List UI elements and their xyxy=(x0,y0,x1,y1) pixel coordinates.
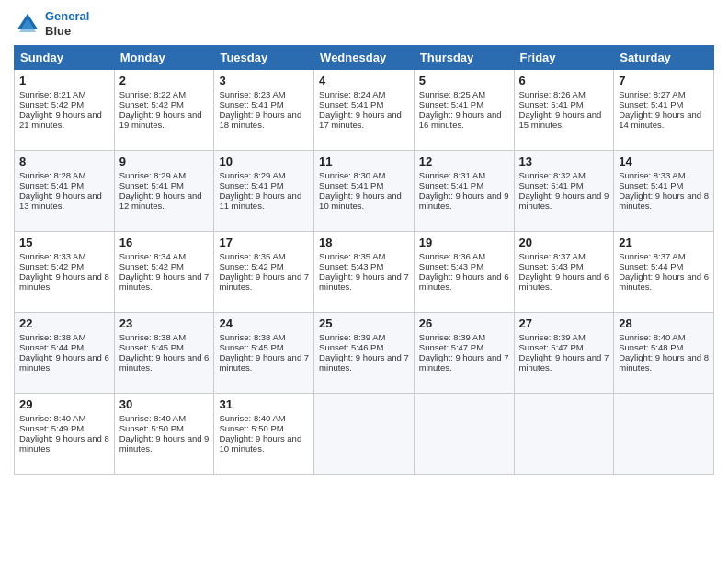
sunset-label: Sunset: 5:46 PM xyxy=(319,342,383,352)
day-number: 27 xyxy=(519,316,609,330)
table-row: 13Sunrise: 8:32 AMSunset: 5:41 PMDayligh… xyxy=(514,151,614,232)
table-row: 28Sunrise: 8:40 AMSunset: 5:48 PMDayligh… xyxy=(614,313,714,394)
day-number: 7 xyxy=(619,74,709,87)
daylight-label: Daylight: 9 hours and 8 minutes. xyxy=(19,433,109,454)
table-row: 18Sunrise: 8:35 AMSunset: 5:43 PMDayligh… xyxy=(314,232,415,313)
table-row: 11Sunrise: 8:30 AMSunset: 5:41 PMDayligh… xyxy=(314,151,415,232)
table-row: 17Sunrise: 8:35 AMSunset: 5:42 PMDayligh… xyxy=(214,232,314,313)
day-number: 22 xyxy=(19,316,109,330)
daylight-label: Daylight: 9 hours and 7 minutes. xyxy=(219,271,309,292)
sunset-label: Sunset: 5:41 PM xyxy=(319,180,383,190)
sunrise-label: Sunrise: 8:35 AM xyxy=(219,251,285,261)
day-number: 1 xyxy=(19,74,109,87)
sunset-label: Sunset: 5:49 PM xyxy=(19,423,84,433)
table-row: 20Sunrise: 8:37 AMSunset: 5:43 PMDayligh… xyxy=(514,232,614,313)
table-row: 25Sunrise: 8:39 AMSunset: 5:46 PMDayligh… xyxy=(314,313,415,394)
page-header: General Blue xyxy=(14,9,714,38)
table-row xyxy=(314,394,415,475)
daylight-label: Daylight: 9 hours and 8 minutes. xyxy=(619,190,709,211)
weekday-header-row: Sunday Monday Tuesday Wednesday Thursday… xyxy=(15,46,714,70)
sunrise-label: Sunrise: 8:37 AM xyxy=(619,251,685,261)
sunset-label: Sunset: 5:42 PM xyxy=(119,99,184,109)
table-row: 31Sunrise: 8:40 AMSunset: 5:50 PMDayligh… xyxy=(214,394,314,475)
sunset-label: Sunset: 5:41 PM xyxy=(219,180,283,190)
sunrise-label: Sunrise: 8:36 AM xyxy=(419,251,485,261)
daylight-label: Daylight: 9 hours and 9 minutes. xyxy=(519,190,609,211)
header-thursday: Thursday xyxy=(414,46,514,70)
day-number: 10 xyxy=(219,155,309,168)
daylight-label: Daylight: 9 hours and 7 minutes. xyxy=(319,271,409,292)
daylight-label: Daylight: 9 hours and 17 minutes. xyxy=(319,109,402,130)
sunrise-label: Sunrise: 8:21 AM xyxy=(19,89,85,99)
table-row: 29Sunrise: 8:40 AMSunset: 5:49 PMDayligh… xyxy=(15,394,115,475)
daylight-label: Daylight: 9 hours and 6 minutes. xyxy=(19,352,109,373)
sunset-label: Sunset: 5:50 PM xyxy=(119,423,184,433)
header-saturday: Saturday xyxy=(614,46,714,70)
daylight-label: Daylight: 9 hours and 8 minutes. xyxy=(19,271,109,292)
daylight-label: Daylight: 9 hours and 6 minutes. xyxy=(519,271,609,292)
sunrise-label: Sunrise: 8:33 AM xyxy=(19,251,85,261)
sunrise-label: Sunrise: 8:27 AM xyxy=(619,89,685,99)
daylight-label: Daylight: 9 hours and 12 minutes. xyxy=(119,190,202,211)
sunset-label: Sunset: 5:44 PM xyxy=(619,261,683,271)
daylight-label: Daylight: 9 hours and 10 minutes. xyxy=(219,433,301,454)
daylight-label: Daylight: 9 hours and 19 minutes. xyxy=(119,109,202,130)
sunrise-label: Sunrise: 8:32 AM xyxy=(519,170,586,180)
sunrise-label: Sunrise: 8:29 AM xyxy=(219,170,285,180)
daylight-label: Daylight: 9 hours and 15 minutes. xyxy=(519,109,602,130)
day-number: 14 xyxy=(619,155,709,168)
daylight-label: Daylight: 9 hours and 7 minutes. xyxy=(319,352,409,373)
table-row: 19Sunrise: 8:36 AMSunset: 5:43 PMDayligh… xyxy=(414,232,514,313)
sunset-label: Sunset: 5:41 PM xyxy=(619,180,683,190)
table-row: 7Sunrise: 8:27 AMSunset: 5:41 PMDaylight… xyxy=(614,70,714,151)
sunrise-label: Sunrise: 8:26 AM xyxy=(519,89,586,99)
sunset-label: Sunset: 5:48 PM xyxy=(619,342,683,352)
table-row: 23Sunrise: 8:38 AMSunset: 5:45 PMDayligh… xyxy=(114,313,214,394)
table-row: 14Sunrise: 8:33 AMSunset: 5:41 PMDayligh… xyxy=(614,151,714,232)
header-sunday: Sunday xyxy=(15,46,115,70)
sunrise-label: Sunrise: 8:24 AM xyxy=(319,89,385,99)
day-number: 19 xyxy=(419,236,509,249)
sunrise-label: Sunrise: 8:39 AM xyxy=(519,332,586,342)
sunset-label: Sunset: 5:41 PM xyxy=(19,180,84,190)
table-row xyxy=(514,394,614,475)
sunrise-label: Sunrise: 8:38 AM xyxy=(119,332,186,342)
logo-general: General xyxy=(45,9,89,23)
sunset-label: Sunset: 5:41 PM xyxy=(319,99,383,109)
table-row xyxy=(414,394,514,475)
table-row: 3Sunrise: 8:23 AMSunset: 5:41 PMDaylight… xyxy=(214,70,314,151)
day-number: 9 xyxy=(119,155,210,168)
sunrise-label: Sunrise: 8:40 AM xyxy=(19,413,85,423)
day-number: 2 xyxy=(119,74,210,87)
table-row: 24Sunrise: 8:38 AMSunset: 5:45 PMDayligh… xyxy=(214,313,314,394)
sunset-label: Sunset: 5:45 PM xyxy=(119,342,184,352)
daylight-label: Daylight: 9 hours and 7 minutes. xyxy=(119,271,210,292)
table-row: 4Sunrise: 8:24 AMSunset: 5:41 PMDaylight… xyxy=(314,70,415,151)
table-row: 8Sunrise: 8:28 AMSunset: 5:41 PMDaylight… xyxy=(15,151,115,232)
sunrise-label: Sunrise: 8:40 AM xyxy=(119,413,186,423)
day-number: 25 xyxy=(319,316,409,330)
day-number: 8 xyxy=(19,155,109,168)
day-number: 28 xyxy=(619,316,709,330)
daylight-label: Daylight: 9 hours and 9 minutes. xyxy=(419,190,509,211)
sunrise-label: Sunrise: 8:29 AM xyxy=(119,170,186,180)
day-number: 18 xyxy=(319,236,409,249)
header-wednesday: Wednesday xyxy=(314,46,415,70)
sunrise-label: Sunrise: 8:25 AM xyxy=(419,89,485,99)
sunset-label: Sunset: 5:50 PM xyxy=(219,423,283,433)
logo: General Blue xyxy=(14,9,89,38)
sunset-label: Sunset: 5:41 PM xyxy=(419,180,483,190)
sunset-label: Sunset: 5:47 PM xyxy=(419,342,483,352)
table-row: 22Sunrise: 8:38 AMSunset: 5:44 PMDayligh… xyxy=(15,313,115,394)
day-number: 26 xyxy=(419,316,509,330)
day-number: 24 xyxy=(219,316,309,330)
sunset-label: Sunset: 5:45 PM xyxy=(219,342,283,352)
daylight-label: Daylight: 9 hours and 16 minutes. xyxy=(419,109,502,130)
table-row: 9Sunrise: 8:29 AMSunset: 5:41 PMDaylight… xyxy=(114,151,214,232)
table-row: 26Sunrise: 8:39 AMSunset: 5:47 PMDayligh… xyxy=(414,313,514,394)
sunrise-label: Sunrise: 8:28 AM xyxy=(19,170,85,180)
sunset-label: Sunset: 5:43 PM xyxy=(319,261,383,271)
sunset-label: Sunset: 5:42 PM xyxy=(19,261,84,271)
header-friday: Friday xyxy=(514,46,614,70)
day-number: 21 xyxy=(619,236,709,249)
